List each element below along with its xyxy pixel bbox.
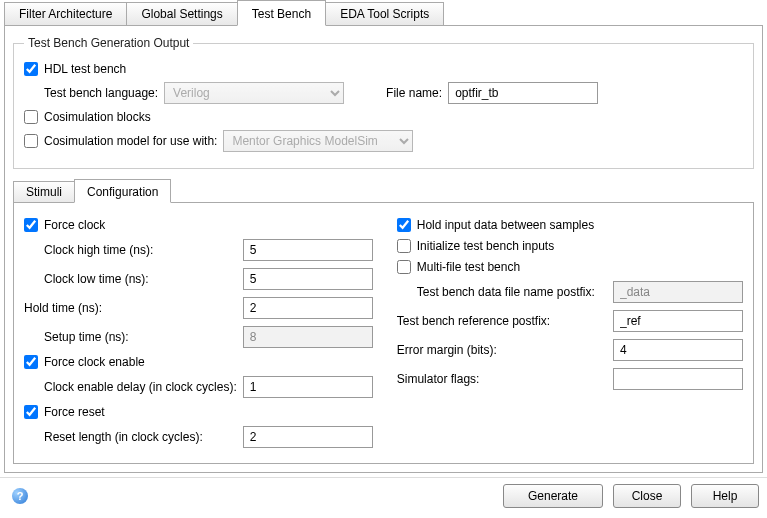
multi-file-checkbox[interactable] [397,260,411,274]
cosim-blocks-text: Cosimulation blocks [44,110,151,124]
cosim-blocks-checkbox[interactable] [24,110,38,124]
tb-language-select[interactable]: Verilog [164,82,344,104]
tab-test-bench[interactable]: Test Bench [237,0,326,26]
cosim-model-select[interactable]: Mentor Graphics ModelSim [223,130,413,152]
test-bench-panel: Test Bench Generation Output HDL test be… [4,26,763,473]
force-clock-enable-checkbox-label[interactable]: Force clock enable [24,355,145,369]
cosim-model-checkbox-label[interactable]: Cosimulation model for use with: [24,134,217,148]
cosim-blocks-checkbox-label[interactable]: Cosimulation blocks [24,110,151,124]
init-inputs-checkbox[interactable] [397,239,411,253]
clock-high-label: Clock high time (ns): [44,243,153,257]
hold-input-data-text: Hold input data between samples [417,218,594,232]
clock-high-input[interactable] [243,239,373,261]
config-left-column: Force clock Clock high time (ns): Clock … [24,211,373,455]
generation-output-group: Test Bench Generation Output HDL test be… [13,36,754,169]
force-reset-text: Force reset [44,405,105,419]
reset-length-label: Reset length (in clock cycles): [44,430,203,444]
data-postfix-input [613,281,743,303]
init-inputs-checkbox-label[interactable]: Initialize test bench inputs [397,239,554,253]
init-inputs-text: Initialize test bench inputs [417,239,554,253]
clock-enable-delay-label: Clock enable delay (in clock cycles): [44,380,237,394]
generate-button[interactable]: Generate [503,484,603,508]
tab-stimuli[interactable]: Stimuli [13,181,75,202]
ref-postfix-label: Test bench reference postfix: [397,314,607,328]
force-clock-text: Force clock [44,218,105,232]
hdl-test-bench-checkbox[interactable] [24,62,38,76]
data-postfix-label: Test bench data file name postfix: [417,285,607,299]
file-name-input[interactable] [448,82,598,104]
tab-filter-architecture[interactable]: Filter Architecture [4,2,127,25]
multi-file-checkbox-label[interactable]: Multi-file test bench [397,260,520,274]
reset-length-input[interactable] [243,426,373,448]
ref-postfix-input[interactable] [613,310,743,332]
hdl-test-bench-checkbox-label[interactable]: HDL test bench [24,62,126,76]
force-clock-checkbox-label[interactable]: Force clock [24,218,105,232]
setup-time-input [243,326,373,348]
force-reset-checkbox[interactable] [24,405,38,419]
group-legend: Test Bench Generation Output [24,36,193,50]
setup-time-label: Setup time (ns): [44,330,129,344]
sim-flags-input[interactable] [613,368,743,390]
cosim-model-checkbox[interactable] [24,134,38,148]
error-margin-label: Error margin (bits): [397,343,607,357]
configuration-panel: Force clock Clock high time (ns): Clock … [13,202,754,464]
multi-file-text: Multi-file test bench [417,260,520,274]
button-bar: ? Generate Close Help [0,477,767,516]
force-reset-checkbox-label[interactable]: Force reset [24,405,105,419]
force-clock-checkbox[interactable] [24,218,38,232]
help-button[interactable]: Help [691,484,759,508]
main-tab-bar: Filter Architecture Global Settings Test… [4,0,763,26]
clock-low-input[interactable] [243,268,373,290]
hdl-test-bench-text: HDL test bench [44,62,126,76]
tb-language-label: Test bench language: [44,86,158,100]
hold-time-label: Hold time (ns): [24,301,102,315]
force-clock-enable-checkbox[interactable] [24,355,38,369]
tab-global-settings[interactable]: Global Settings [126,2,237,25]
hold-time-input[interactable] [243,297,373,319]
clock-low-label: Clock low time (ns): [44,272,149,286]
force-clock-enable-text: Force clock enable [44,355,145,369]
hold-input-data-checkbox-label[interactable]: Hold input data between samples [397,218,594,232]
error-margin-input[interactable] [613,339,743,361]
clock-enable-delay-input[interactable] [243,376,373,398]
file-name-label: File name: [386,86,442,100]
hold-input-data-checkbox[interactable] [397,218,411,232]
sim-flags-label: Simulator flags: [397,372,607,386]
tab-configuration[interactable]: Configuration [74,179,171,203]
tab-eda-tool-scripts[interactable]: EDA Tool Scripts [325,2,444,25]
sub-tab-bar: Stimuli Configuration [13,179,754,202]
help-icon[interactable]: ? [12,488,28,504]
config-right-column: Hold input data between samples Initiali… [397,211,743,455]
close-button[interactable]: Close [613,484,681,508]
cosim-model-text: Cosimulation model for use with: [44,134,217,148]
